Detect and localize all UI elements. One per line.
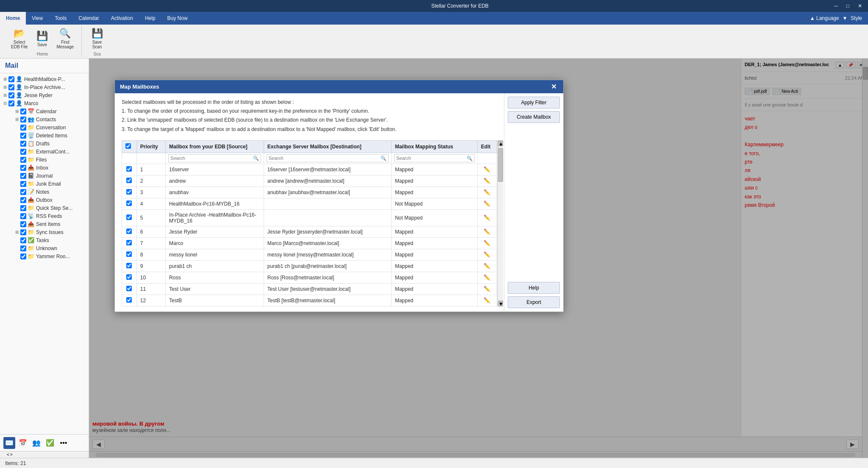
menu-activation[interactable]: Activation <box>105 12 139 25</box>
row-edit-9[interactable]: ✏️ <box>484 263 490 269</box>
nav-tasks-icon[interactable]: ✅ <box>44 437 56 449</box>
sidebar-item-quickstep[interactable]: 📁 Quick Step Se... <box>0 204 89 212</box>
row-edit-10[interactable]: ✏️ <box>484 274 490 281</box>
cb-healthmailbox[interactable] <box>8 76 14 82</box>
row-edit-12[interactable]: ✏️ <box>484 297 490 304</box>
cb-unknown[interactable] <box>20 245 26 251</box>
menu-calendar[interactable]: Calendar <box>72 12 105 25</box>
create-mailbox-button[interactable]: Create Mailbox <box>508 111 560 123</box>
row-cb-1[interactable] <box>126 166 132 172</box>
expand-jesse[interactable]: ⊞ <box>3 93 8 98</box>
export-button[interactable]: Export <box>508 296 560 308</box>
sidebar-item-calendar[interactable]: ⊞ 📅 Calendar <box>0 107 89 115</box>
table-scroll-up[interactable]: ▲ <box>498 140 503 146</box>
save-scan-button[interactable]: 💾 SaveScan <box>89 26 106 51</box>
sidebar-scroll[interactable]: Mail ⊞ 👤 HealthMailbox-P... <box>0 58 89 434</box>
sidebar-scrollbar[interactable]: < > <box>0 451 89 458</box>
sidebar-item-sync-issues[interactable]: ⊞ 📁 Sync Issues <box>0 228 89 236</box>
close-button[interactable]: ✕ <box>855 2 865 10</box>
cb-quickstep[interactable] <box>20 205 26 211</box>
sidebar-item-unknown[interactable]: 📁 Unknown <box>0 244 89 252</box>
cb-sent[interactable] <box>20 221 26 227</box>
expand-inplace[interactable]: ⊞ <box>3 85 8 89</box>
row-edit-6[interactable]: ✏️ <box>484 228 490 235</box>
dest-search-input[interactable] <box>269 156 381 161</box>
cb-journal[interactable] <box>20 173 26 179</box>
menu-help[interactable]: Help <box>139 12 161 25</box>
modal-close-button[interactable]: ✕ <box>549 83 558 91</box>
row-cb-9[interactable] <box>126 263 132 268</box>
cb-drafts[interactable] <box>20 141 26 147</box>
row-cb-2[interactable] <box>126 178 132 183</box>
sidebar-item-jesse[interactable]: ⊞ 👤 Jesse Ryder <box>0 91 89 99</box>
cb-outbox[interactable] <box>20 197 26 203</box>
sidebar-item-tasks[interactable]: ✅ Tasks <box>0 236 89 244</box>
expand-sync[interactable]: ⊞ <box>15 230 20 234</box>
cb-files[interactable] <box>20 157 26 163</box>
row-edit-7[interactable]: ✏️ <box>484 240 490 246</box>
dest-search-wrap[interactable]: 🔍 <box>267 154 389 162</box>
menu-buy-now[interactable]: Buy Now <box>161 12 194 25</box>
row-edit-2[interactable]: ✏️ <box>484 178 490 184</box>
table-scroll-down[interactable]: ▼ <box>498 301 503 306</box>
sidebar-item-marco[interactable]: ⊟ 👤 Marco <box>0 99 89 107</box>
language-selector[interactable]: ▲ Language <box>810 15 839 21</box>
sidebar-item-files[interactable]: 📁 Files <box>0 156 89 164</box>
row-edit-4[interactable]: ✏️ <box>484 201 490 207</box>
row-edit-1[interactable]: ✏️ <box>484 166 490 173</box>
sidebar-item-contacts[interactable]: ⊞ 👥 Contacts <box>0 115 89 123</box>
nav-contacts-icon[interactable]: 👥 <box>31 437 42 449</box>
sidebar-item-journal[interactable]: 📓 Journal <box>0 172 89 180</box>
row-cb-8[interactable] <box>126 251 132 257</box>
menu-view[interactable]: View <box>26 12 49 25</box>
sidebar-item-drafts[interactable]: 📋 Drafts <box>0 139 89 148</box>
sidebar-item-notes[interactable]: 📝 Notes <box>0 188 89 196</box>
th-checkbox-input[interactable] <box>125 143 131 149</box>
cb-rss[interactable] <box>20 213 26 219</box>
find-message-button[interactable]: 🔍 FindMessage <box>54 26 76 51</box>
sidebar-item-rssfeeds[interactable]: 📡 RSS Feeds <box>0 212 89 220</box>
source-search-wrap[interactable]: 🔍 <box>168 154 261 162</box>
select-edb-button[interactable]: 📂 SelectEDB File <box>8 26 30 51</box>
cb-conversation[interactable] <box>20 125 26 131</box>
nav-mail-icon[interactable]: ✉️ <box>3 437 15 449</box>
cb-deleted[interactable] <box>20 133 26 139</box>
style-selector[interactable]: Style <box>851 15 862 21</box>
expand-contacts[interactable]: ⊞ <box>15 117 20 122</box>
sidebar-item-deleted-items[interactable]: 🗑️ Deleted Items <box>0 131 89 139</box>
status-search-input[interactable] <box>396 156 467 161</box>
sidebar-item-externalcont[interactable]: 📁 ExternalCont... <box>0 148 89 156</box>
expand-calendar[interactable]: ⊞ <box>15 109 20 114</box>
cb-notes[interactable] <box>20 189 26 195</box>
scroll-left-btn[interactable]: < <box>7 452 9 457</box>
row-cb-11[interactable] <box>126 286 132 291</box>
source-search-input[interactable] <box>170 156 253 161</box>
row-cb-5[interactable] <box>126 214 132 220</box>
table-scroll-thumb[interactable] <box>498 148 503 182</box>
nav-more-icon[interactable]: ••• <box>58 437 70 449</box>
expand-marco[interactable]: ⊟ <box>3 101 8 106</box>
cb-yammer[interactable] <box>20 254 26 259</box>
sidebar-item-healthmailbox[interactable]: ⊞ 👤 HealthMailbox-P... <box>0 75 89 83</box>
help-button[interactable]: Help <box>508 282 560 294</box>
expand-healthmailbox[interactable]: ⊞ <box>3 77 8 81</box>
apply-filter-button[interactable]: Apply Filter <box>508 97 560 109</box>
cb-tasks[interactable] <box>20 237 26 243</box>
scroll-right-btn[interactable]: > <box>10 452 13 457</box>
sidebar-item-outbox[interactable]: 📤 Outbox <box>0 196 89 204</box>
cb-inbox[interactable] <box>20 165 26 171</box>
cb-jesse[interactable] <box>8 92 14 98</box>
cb-contacts[interactable] <box>20 117 26 123</box>
sidebar-item-conversation[interactable]: 📁 Conversation <box>0 123 89 131</box>
menu-home[interactable]: Home <box>0 12 26 25</box>
row-cb-10[interactable] <box>126 274 132 280</box>
table-vscroll[interactable]: ▲ ▼ <box>497 140 503 306</box>
sidebar-item-junk-email[interactable]: 📁 Junk Email <box>0 180 89 188</box>
cb-inplace[interactable] <box>8 84 14 90</box>
row-cb-4[interactable] <box>126 201 132 206</box>
row-cb-7[interactable] <box>126 240 132 245</box>
sidebar-item-inplace[interactable]: ⊞ 👤 In-Place Archive... <box>0 83 89 91</box>
row-cb-3[interactable] <box>126 189 132 195</box>
row-edit-3[interactable]: ✏️ <box>484 189 490 195</box>
row-edit-11[interactable]: ✏️ <box>484 286 490 292</box>
